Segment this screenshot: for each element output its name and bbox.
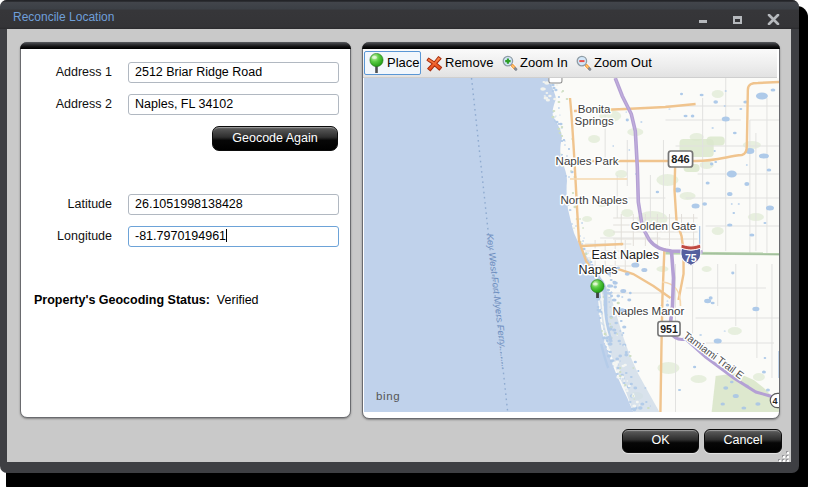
svg-text:75: 75: [685, 253, 697, 265]
svg-text:Golden Gate: Golden Gate: [631, 220, 696, 232]
svg-text:Naples Park: Naples Park: [556, 155, 619, 167]
svg-text:4: 4: [772, 396, 777, 406]
svg-text:East Naples: East Naples: [591, 248, 659, 262]
svg-text:bing: bing: [376, 390, 400, 402]
svg-text:Springs: Springs: [575, 115, 614, 127]
svg-text:Naples: Naples: [579, 263, 618, 277]
svg-text:Bonita: Bonita: [578, 103, 611, 115]
svg-text:846: 846: [671, 153, 689, 165]
svg-text:951: 951: [660, 323, 678, 335]
svg-text:Tamiami Trail E: Tamiami Trail E: [681, 329, 746, 381]
svg-text:North Naples: North Naples: [560, 194, 628, 206]
